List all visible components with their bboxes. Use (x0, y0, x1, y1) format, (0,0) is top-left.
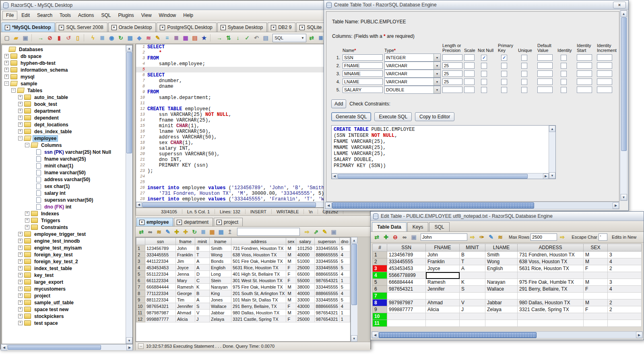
table-cell[interactable] (584, 272, 608, 279)
table-cell[interactable]: Jabbar (485, 299, 518, 306)
table-cell[interactable]: S (195, 303, 210, 310)
close-tab-icon[interactable]: × (271, 25, 276, 30)
tree-item[interactable]: −Tables (2, 87, 126, 94)
table-cell[interactable]: B (460, 252, 485, 258)
table-row[interactable]: 6987654321JenniferSWallace291 Berry, Bel… (373, 286, 642, 293)
expand-icon[interactable]: + (18, 252, 23, 257)
new-file-icon[interactable]: ▢ (3, 34, 11, 42)
identity-increment-input[interactable] (597, 54, 612, 61)
edit-cell-icon[interactable]: ✎ (164, 228, 172, 236)
expand-icon[interactable]: + (18, 266, 23, 270)
table-cell[interactable] (518, 320, 584, 327)
table-cell[interactable]: Narayan (485, 279, 518, 286)
table-cell[interactable]: Stein (210, 277, 231, 284)
expand-icon[interactable]: + (18, 287, 23, 291)
table-cell[interactable]: 40000 (296, 290, 314, 297)
table-row[interactable]: 2333445555FranklinTWong638 Voss, Houston… (136, 252, 350, 258)
table-cell[interactable]: 1 (339, 310, 350, 316)
table-cell[interactable]: 888665555 (314, 252, 339, 258)
table-cell[interactable]: 2 (608, 299, 642, 306)
column-header[interactable]: minit (195, 238, 210, 245)
column-header[interactable]: fname (176, 238, 195, 245)
table-row[interactable]: 45566778899 (373, 272, 642, 279)
primary-key-checkbox[interactable]: ✓ (501, 55, 507, 61)
table-cell[interactable]: Zelaya (210, 316, 231, 322)
scroll-down-icon[interactable]: ▼ (126, 337, 132, 344)
max-rows-input[interactable] (530, 233, 557, 241)
table-cell[interactable]: 3321 Castle, Spring TX (231, 316, 286, 322)
tree-item[interactable]: +dependent (2, 114, 126, 121)
table-cell[interactable]: 975 Fire Oak, Humble TX (231, 284, 286, 290)
table-cell[interactable]: 453453453 (145, 264, 176, 271)
table-cell[interactable]: M (286, 310, 296, 316)
table-cell[interactable]: M (286, 297, 296, 303)
menu-window[interactable]: Window (156, 11, 180, 19)
menu-sql[interactable]: SQL (98, 11, 114, 19)
expand-icon[interactable]: + (25, 225, 29, 229)
table-cell[interactable]: 101 Main St, Dallas TX (231, 297, 286, 303)
scroll-left-icon[interactable]: ◀ (332, 173, 337, 179)
table-cell[interactable]: 51000 (296, 258, 314, 264)
expand-icon[interactable]: + (18, 122, 23, 127)
table-cell[interactable]: 888666555 (314, 303, 339, 310)
row-number[interactable]: 7 (136, 284, 145, 290)
table-cell[interactable]: 3 (608, 252, 642, 258)
table-cell[interactable] (460, 313, 485, 320)
table-row[interactable]: 7 (373, 293, 642, 299)
save-icon[interactable]: ▣ (21, 34, 29, 42)
results-tab[interactable]: ×department (174, 218, 213, 226)
menu-actions[interactable]: Actions (75, 11, 97, 19)
close-tab-icon[interactable]: × (217, 220, 222, 225)
export-icon[interactable]: ↥ (226, 228, 234, 236)
table-cell[interactable]: 333445555 (314, 284, 339, 290)
identity-checkbox[interactable] (561, 63, 567, 69)
table-cell[interactable]: 291 Berry, Bellaire, TX (231, 303, 286, 310)
compare-icon[interactable]: ◆ (135, 34, 143, 42)
row-number[interactable]: 1 (136, 245, 145, 252)
default-value-input[interactable] (537, 54, 553, 61)
add-row-icon[interactable]: ✚ (382, 233, 390, 241)
chevron-down-icon[interactable]: ▼ (433, 86, 440, 93)
scroll-down-icon[interactable]: ▼ (621, 194, 627, 200)
tree-item[interactable]: +Triggers (2, 217, 126, 224)
execute-sql-button[interactable]: Execute SQL (374, 112, 412, 121)
chevron-down-icon[interactable]: ▼ (433, 62, 440, 69)
table-cell[interactable] (460, 293, 485, 299)
expand-icon[interactable]: + (18, 273, 23, 277)
tree-item[interactable]: +db space (2, 53, 126, 60)
chevron-down-icon[interactable]: ▼ (433, 54, 440, 61)
close-button[interactable]: × (613, 2, 626, 8)
table-cell[interactable]: Joyce (176, 264, 195, 271)
table-cell[interactable] (608, 320, 642, 327)
scroll-right-icon[interactable]: ▶ (543, 173, 549, 179)
close-tab-icon[interactable]: × (139, 220, 144, 225)
table-cell[interactable]: A (195, 264, 210, 271)
not-null-checkbox[interactable] (481, 71, 487, 77)
scale-input[interactable] (464, 87, 475, 93)
table-cell[interactable]: 333445555 (145, 252, 176, 258)
table-cell[interactable]: M (286, 258, 296, 264)
tree-item[interactable]: +auto_inc_table (2, 94, 126, 101)
close-tab-icon[interactable]: × (221, 25, 226, 30)
tree-item[interactable]: +key_test (2, 272, 126, 279)
close-tab-icon[interactable]: × (5, 25, 10, 30)
table-cell[interactable] (485, 313, 518, 320)
table-cell[interactable]: 5631 Rice, Houston TX (231, 264, 286, 271)
tree-item[interactable]: +space test new (2, 306, 126, 313)
table-cell[interactable]: Wong (210, 252, 231, 258)
tree-item[interactable]: +engine_test_innodb (2, 237, 126, 244)
format-sql-icon[interactable]: ≡ (163, 34, 171, 42)
results-tab[interactable]: ×employee (136, 218, 173, 226)
tree-item[interactable]: +large_export (2, 279, 126, 285)
scale-input[interactable] (464, 54, 475, 61)
table-cell[interactable]: M (286, 284, 296, 290)
connection-tab[interactable]: ×Sybase Desktop (217, 23, 267, 32)
expand-icon[interactable]: + (18, 307, 23, 312)
table-cell[interactable]: 2 (608, 306, 642, 313)
table-cell[interactable]: F (286, 271, 296, 277)
tree-item[interactable]: +employee_trigger_test (2, 231, 126, 237)
column-header[interactable]: ssn (145, 238, 176, 245)
table-cell[interactable]: M (286, 245, 296, 252)
copy-to-editor-icon[interactable]: ▤ (262, 34, 270, 42)
table-cell[interactable]: A (195, 258, 210, 264)
